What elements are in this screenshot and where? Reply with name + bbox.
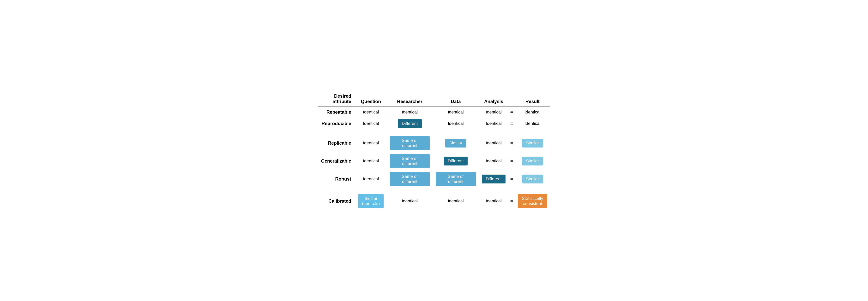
- cell-value: Same or different: [390, 154, 430, 168]
- cell-value: Same or different: [390, 136, 430, 150]
- result-cell: Identical: [515, 107, 550, 117]
- result-cell: Identical: [515, 117, 550, 130]
- cell-value: Same or different: [390, 172, 430, 186]
- cell-value: Same or different: [436, 172, 476, 186]
- cell-value: Similar(controls): [358, 194, 384, 208]
- data-cell: Identical: [433, 107, 479, 117]
- header-equals: [508, 91, 515, 107]
- research-attributes-table: Desiredattribute Question Researcher Dat…: [318, 91, 550, 210]
- result-cell: Similar: [515, 134, 550, 152]
- data-cell: Identical: [433, 117, 479, 130]
- result-cell: Similar: [515, 152, 550, 170]
- cell-value: Similar: [522, 174, 543, 183]
- attribute-cell: Robust: [318, 170, 355, 188]
- header-analysis: Analysis: [479, 91, 509, 107]
- question-cell: Identical: [355, 107, 387, 117]
- result-cell: Statisticallyconsistent: [515, 192, 550, 210]
- cell-value: Identical: [363, 121, 379, 126]
- header-data: Data: [433, 91, 479, 107]
- equals-cell: =: [508, 117, 515, 130]
- researcher-cell: Identical: [387, 107, 433, 117]
- attribute-cell: Generalizable: [318, 152, 355, 170]
- table-row: GeneralizableIdenticalSame or differentD…: [318, 152, 550, 170]
- question-cell: Identical: [355, 134, 387, 152]
- cell-value: Identical: [402, 110, 417, 114]
- attribute-cell: Reproducible: [318, 117, 355, 130]
- table-row: ReplicableIdenticalSame or differentSimi…: [318, 134, 550, 152]
- equals-cell: =: [508, 134, 515, 152]
- equals-cell: =: [508, 152, 515, 170]
- cell-value: Similar: [445, 139, 466, 147]
- cell-value: Identical: [363, 140, 379, 145]
- header-result: Result: [515, 91, 550, 107]
- row-spacer: [318, 130, 550, 134]
- header-question: Question: [355, 91, 387, 107]
- cell-value: Different: [444, 157, 468, 165]
- header-researcher: Researcher: [387, 91, 433, 107]
- data-cell: Identical: [433, 192, 479, 210]
- cell-value: Different: [482, 174, 506, 183]
- cell-value: Identical: [486, 199, 502, 204]
- cell-value: Identical: [525, 110, 540, 114]
- researcher-cell: Same or different: [387, 170, 433, 188]
- table-row: RobustIdenticalSame or differentSame or …: [318, 170, 550, 188]
- header-desired-attribute: Desiredattribute: [318, 91, 355, 107]
- attribute-cell: Calibrated: [318, 192, 355, 210]
- equals-cell: =: [508, 170, 515, 188]
- cell-value: Identical: [448, 121, 464, 126]
- attribute-cell: Replicable: [318, 134, 355, 152]
- researcher-cell: Same or different: [387, 152, 433, 170]
- cell-value: Identical: [448, 110, 464, 114]
- data-cell: Different: [433, 152, 479, 170]
- cell-value: Similar: [522, 157, 543, 165]
- analysis-cell: Identical: [479, 134, 509, 152]
- cell-value: Identical: [486, 159, 502, 164]
- data-cell: Same or different: [433, 170, 479, 188]
- result-cell: Similar: [515, 170, 550, 188]
- analysis-cell: Different: [479, 170, 509, 188]
- researcher-cell: Identical: [387, 192, 433, 210]
- question-cell: Similar(controls): [355, 192, 387, 210]
- cell-value: Identical: [486, 121, 502, 126]
- cell-value: Identical: [363, 159, 379, 164]
- cell-value: Identical: [363, 176, 379, 181]
- attribute-cell: Repeatable: [318, 107, 355, 117]
- analysis-cell: Identical: [479, 117, 509, 130]
- cell-value: Identical: [448, 199, 464, 204]
- cell-value: Identical: [525, 121, 540, 126]
- cell-value: Statisticallyconsistent: [518, 194, 547, 208]
- analysis-cell: Identical: [479, 152, 509, 170]
- equals-cell: =: [508, 107, 515, 117]
- main-table-container: Desiredattribute Question Researcher Dat…: [318, 91, 550, 210]
- cell-value: Identical: [363, 110, 379, 114]
- question-cell: Identical: [355, 117, 387, 130]
- row-spacer: [318, 188, 550, 192]
- table-row: CalibratedSimilar(controls)IdenticalIden…: [318, 192, 550, 210]
- cell-value: Identical: [402, 199, 417, 204]
- question-cell: Identical: [355, 170, 387, 188]
- question-cell: Identical: [355, 152, 387, 170]
- analysis-cell: Identical: [479, 192, 509, 210]
- cell-value: Similar: [522, 139, 543, 147]
- cell-value: Identical: [486, 110, 502, 114]
- analysis-cell: Identical: [479, 107, 509, 117]
- cell-value: Identical: [486, 140, 502, 145]
- researcher-cell: Different: [387, 117, 433, 130]
- researcher-cell: Same or different: [387, 134, 433, 152]
- table-row: RepeatableIdenticalIdenticalIdenticalIde…: [318, 107, 550, 117]
- table-row: ReproducibleIdenticalDifferentIdenticalI…: [318, 117, 550, 130]
- equals-cell: =: [508, 192, 515, 210]
- data-cell: Similar: [433, 134, 479, 152]
- cell-value: Different: [398, 119, 422, 128]
